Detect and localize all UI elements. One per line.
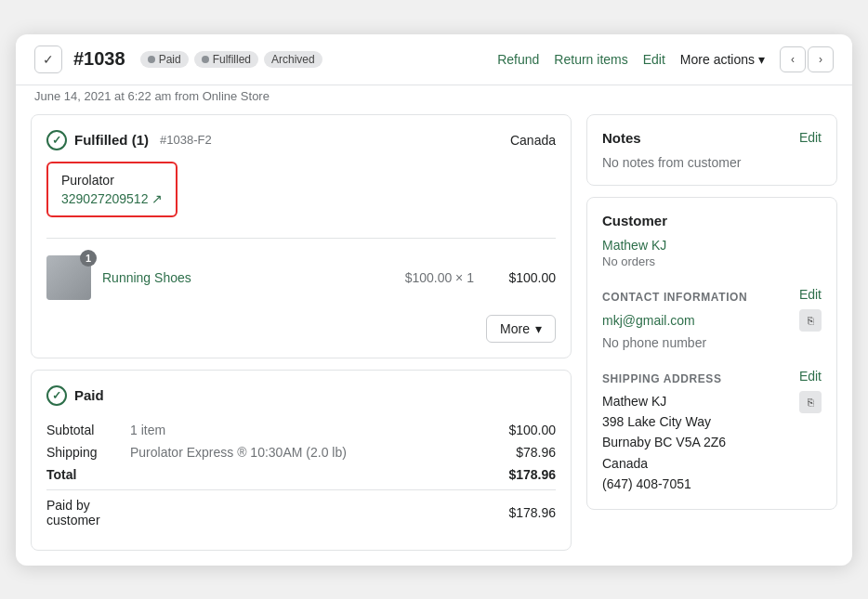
paid-check-icon: ✓ (46, 385, 67, 406)
header-actions: Refund Return items Edit More actions ▾ … (497, 46, 834, 72)
phone-number: No phone number (602, 335, 822, 350)
order-number: #1038 (73, 48, 125, 70)
item-name-link[interactable]: Running Shoes (102, 270, 191, 285)
edit-button[interactable]: Edit (643, 52, 665, 67)
customer-title: Customer (602, 213, 667, 228)
more-actions-button[interactable]: More actions ▾ (680, 52, 765, 67)
address-line-5: (647) 408-7051 (602, 474, 726, 494)
external-link-icon: ↗ (151, 191, 163, 206)
refund-button[interactable]: Refund (497, 52, 539, 67)
notes-edit-link[interactable]: Edit (799, 130, 822, 145)
address-line-3: Burnaby BC V5A 2Z6 (602, 432, 726, 452)
order-subtitle: June 14, 2021 at 6:22 am from Online Sto… (16, 85, 852, 114)
contact-info-label: CONTACT INFORMATION (602, 291, 747, 304)
more-chevron-icon: ▾ (535, 321, 542, 336)
total-row: Total $178.96 (46, 463, 556, 486)
copy-address-button[interactable]: ⎘ (799, 391, 822, 413)
item-image: 1 (46, 255, 91, 300)
notes-empty-text: No notes from customer (602, 155, 741, 170)
tracking-link[interactable]: 329027209512 ↗ (61, 191, 163, 206)
notes-card: Notes Edit No notes from customer (586, 114, 837, 186)
item-total: $100.00 (500, 270, 556, 285)
nav-buttons: ‹ › (780, 46, 834, 72)
fulfilled-order-id: #1038-F2 (160, 133, 212, 147)
paid-title: Paid (74, 387, 104, 403)
order-item-row: 1 Running Shoes $100.00 × 1 $100.00 (46, 248, 556, 307)
contact-edit-link[interactable]: Edit (799, 287, 822, 302)
copy-email-button[interactable]: ⎘ (799, 309, 822, 332)
address-line-1: Mathew KJ (602, 391, 726, 411)
fulfilled-dot (202, 56, 209, 63)
fulfilled-check-icon: ✓ (46, 130, 67, 150)
fulfilled-title: Fulfilled (1) (74, 132, 149, 148)
notes-title: Notes (602, 130, 641, 146)
fulfilled-card: ✓ Fulfilled (1) #1038-F2 Canada Purolato… (31, 114, 572, 358)
back-icon: ✓ (43, 52, 54, 67)
shipping-address-block: Mathew KJ 398 Lake City Way Burnaby BC V… (602, 391, 822, 495)
item-unit-price: $100.00 × 1 (405, 270, 474, 285)
address-line-2: 398 Lake City Way (602, 411, 726, 432)
item-quantity-badge: 1 (80, 250, 97, 267)
customer-name-link[interactable]: Mathew KJ (602, 238, 666, 253)
tracking-box: Purolator 329027209512 ↗ (46, 162, 178, 217)
address-line-4: Canada (602, 453, 726, 474)
paid-card: ✓ Paid Subtotal 1 item $100.00 Shipping … (31, 370, 572, 551)
customer-orders-text: No orders (602, 254, 822, 268)
paid-badge: Paid (140, 51, 189, 68)
prev-order-button[interactable]: ‹ (780, 46, 806, 72)
back-button[interactable]: ✓ (34, 46, 62, 73)
customer-card: Customer Mathew KJ No orders CONTACT INF… (586, 197, 837, 511)
more-button[interactable]: More ▾ (486, 315, 556, 343)
tracking-number: 329027209512 (61, 191, 148, 206)
carrier-name: Purolator (61, 173, 163, 188)
chevron-down-icon: ▾ (758, 52, 765, 67)
shipping-edit-link[interactable]: Edit (799, 369, 822, 384)
fulfilled-badge: Fulfilled (194, 51, 258, 68)
shipping-row: Shipping Purolator Express ® 10:30AM (2.… (46, 441, 556, 463)
fulfilled-country: Canada (510, 133, 556, 148)
contact-email-link[interactable]: mkj@gmail.com (602, 313, 695, 328)
contact-email-row: mkj@gmail.com ⎘ (602, 309, 822, 332)
paid-by-customer-row: Paid by customer $178.96 (46, 489, 556, 535)
shipping-address-label: SHIPPING ADDRESS (602, 372, 722, 385)
next-order-button[interactable]: › (808, 46, 834, 72)
paid-dot (148, 56, 155, 63)
return-items-button[interactable]: Return items (554, 52, 627, 67)
archived-badge: Archived (264, 51, 322, 68)
order-badges: Paid Fulfilled Archived (140, 51, 322, 68)
subtotal-row: Subtotal 1 item $100.00 (46, 419, 556, 441)
